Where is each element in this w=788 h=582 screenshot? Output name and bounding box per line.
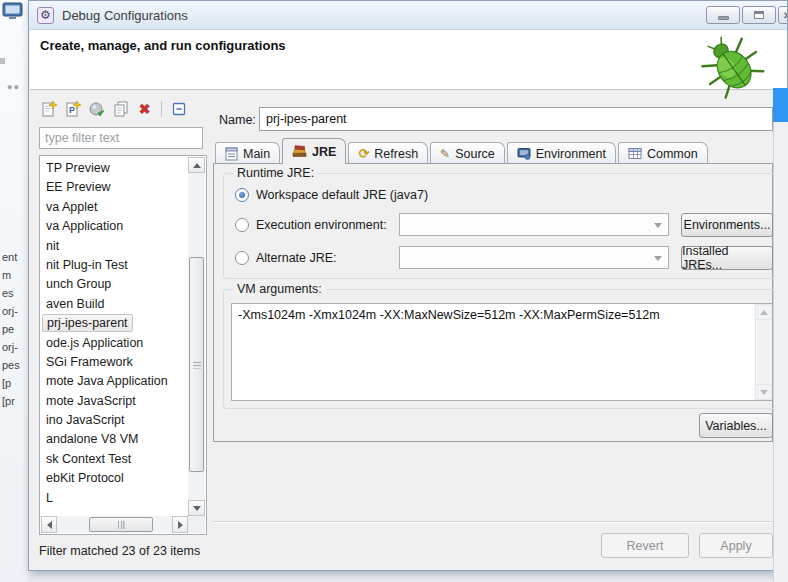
delete-button[interactable]: ✖	[135, 100, 154, 119]
tree-item[interactable]: TP Preview	[41, 159, 187, 178]
tab-main[interactable]: Main	[215, 142, 280, 164]
button-bar-separator	[213, 521, 773, 523]
environment-tab-icon	[517, 147, 531, 160]
collapse-all-button[interactable]	[169, 100, 188, 119]
filter-status-text: Filter matched 23 of 23 items	[39, 544, 200, 558]
overlapping-window-highlight	[773, 88, 788, 122]
tab-bar: Main JRE ⟳ Refresh ✎ Source	[215, 138, 710, 164]
bg-fragment: pe	[2, 320, 20, 338]
chevron-down-icon	[654, 256, 662, 261]
scroll-up-button[interactable]	[755, 304, 772, 320]
tree-item[interactable]: sk Context Test	[41, 450, 187, 469]
dots-icon: ●●	[7, 82, 20, 92]
bg-fragment: pes	[2, 356, 20, 374]
environments-button[interactable]: Environments...	[681, 213, 773, 237]
new-configuration-button[interactable]	[39, 100, 58, 119]
alternate-jre-combo[interactable]	[399, 246, 669, 269]
export-configurations-button[interactable]	[87, 100, 106, 119]
workspace-default-jre-option[interactable]: Workspace default JRE (java7)	[235, 188, 428, 202]
configuration-tree: TP Preview EE Preview va Applet va Appli…	[39, 155, 207, 535]
tree-horizontal-scrollbar[interactable]	[41, 516, 188, 533]
execution-environment-combo[interactable]	[399, 213, 669, 236]
vm-arguments-input[interactable]: -Xms1024m -Xmx1024m -XX:MaxNewSize=512m …	[232, 304, 754, 400]
tab-environment[interactable]: Environment	[507, 142, 616, 164]
tree-item[interactable]: ode.js Application	[41, 334, 187, 353]
minimize-icon	[718, 16, 729, 20]
bg-fragment: ent	[2, 248, 20, 266]
tree-item[interactable]: SGi Framework	[41, 353, 187, 372]
background-fragment	[0, 58, 5, 64]
tab-refresh[interactable]: ⟳ Refresh	[348, 142, 428, 164]
delete-icon: ✖	[139, 102, 151, 116]
vm-arguments-box: -Xms1024m -Xmx1024m -XX:MaxNewSize=512m …	[231, 303, 773, 401]
scrollbar-corner	[188, 516, 205, 533]
new-prototype-button[interactable]: P	[63, 100, 82, 119]
tree-item[interactable]: EE Preview	[41, 178, 187, 197]
bg-fragment: [p	[2, 374, 20, 392]
installed-jres-button[interactable]: Installed JREs...	[681, 246, 773, 270]
duplicate-button[interactable]	[111, 100, 130, 119]
toolbar-separator	[161, 101, 162, 117]
background-window-sliver: ●● ent m es orj- pe orj- pes [p [pr	[0, 0, 28, 582]
variables-button[interactable]: Variables...	[699, 413, 773, 438]
thumb-grip	[193, 361, 201, 368]
tree-vertical-scrollbar[interactable]	[188, 157, 205, 516]
duplicate-icon	[112, 100, 130, 118]
tree-item[interactable]: mote JavaScript	[41, 392, 187, 411]
radio-icon[interactable]	[235, 218, 249, 232]
tree-item[interactable]: ebKit Protocol	[41, 469, 187, 488]
tree-item[interactable]: nit Plug-in Test	[41, 256, 187, 275]
bg-fragment: orj-	[2, 302, 20, 320]
debug-bug-icon	[689, 35, 771, 101]
arrow-down-icon	[193, 506, 201, 511]
scroll-up-button[interactable]	[188, 157, 205, 173]
tree-item[interactable]: va Application	[41, 217, 187, 236]
debug-configurations-dialog: ⚙ Debug Configurations ✕ Create, manage,…	[28, 0, 788, 571]
tree-item[interactable]: va Applet	[41, 198, 187, 217]
tree-item[interactable]: andalone V8 VM	[41, 430, 187, 449]
overlapping-window-strip	[773, 88, 788, 582]
minimize-button[interactable]	[706, 6, 740, 24]
radio-selected-icon[interactable]	[235, 188, 249, 202]
maximize-button[interactable]	[742, 6, 776, 24]
tree-item[interactable]: aven Build	[41, 295, 187, 314]
monitor-icon	[2, 2, 24, 20]
scroll-left-button[interactable]	[41, 516, 57, 533]
scroll-down-button[interactable]	[188, 500, 205, 516]
scroll-right-button[interactable]	[172, 516, 188, 533]
radio-icon[interactable]	[235, 251, 249, 265]
revert-button[interactable]: Revert	[601, 533, 689, 558]
scroll-down-button[interactable]	[755, 384, 772, 400]
svg-text:P: P	[69, 105, 75, 115]
tree-item-selected[interactable]: prj-ipes-parent	[41, 314, 187, 333]
tree-item[interactable]: ino JavaScript	[41, 411, 187, 430]
jre-tab-icon	[292, 145, 307, 158]
close-icon: ✕	[783, 10, 788, 21]
apply-button[interactable]: Apply	[699, 533, 773, 558]
dialog-header: Create, manage, and run configurations	[30, 30, 788, 90]
runtime-jre-group-title: Runtime JRE:	[233, 166, 318, 180]
close-button[interactable]: ✕	[778, 6, 788, 24]
name-label: Name:	[219, 113, 256, 127]
alternate-jre-option[interactable]: Alternate JRE:	[235, 251, 337, 265]
horizontal-scroll-thumb[interactable]	[89, 517, 153, 532]
tree-item[interactable]: unch Group	[41, 275, 187, 294]
tree-item[interactable]: L	[41, 489, 187, 508]
name-input[interactable]	[259, 107, 773, 131]
vm-arguments-group-title: VM arguments:	[233, 282, 326, 296]
main-tab-icon	[225, 147, 238, 161]
common-tab-icon	[628, 147, 642, 160]
maximize-icon	[754, 11, 764, 19]
tab-source[interactable]: ✎ Source	[430, 142, 505, 164]
title-bar[interactable]: ⚙ Debug Configurations ✕	[29, 1, 787, 30]
filter-input[interactable]	[39, 127, 203, 149]
collapse-all-icon	[170, 100, 188, 118]
screen: ●● ent m es orj- pe orj- pes [p [pr ⚙ De…	[0, 0, 788, 582]
vertical-scroll-thumb[interactable]	[189, 257, 204, 472]
tree-item[interactable]: nit	[41, 237, 187, 256]
tab-jre[interactable]: JRE	[282, 138, 346, 164]
vm-arguments-scrollbar[interactable]	[755, 304, 772, 400]
execution-environment-option[interactable]: Execution environment:	[235, 218, 387, 232]
tab-common[interactable]: Common	[618, 142, 708, 164]
tree-item[interactable]: mote Java Application	[41, 372, 187, 391]
